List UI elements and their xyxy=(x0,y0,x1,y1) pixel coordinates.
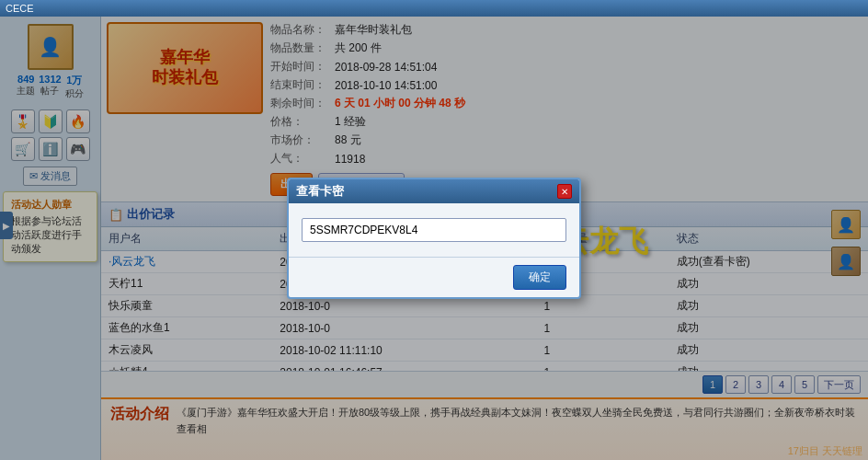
modal-confirm-button[interactable]: 确定 xyxy=(513,265,566,290)
modal-footer: 确定 xyxy=(289,257,579,297)
modal-input[interactable] xyxy=(302,218,566,242)
modal-close-button[interactable]: ✕ xyxy=(557,184,572,199)
modal-body xyxy=(289,203,579,257)
top-bar: CECE xyxy=(0,0,868,17)
top-bar-title: CECE xyxy=(6,3,34,14)
modal-title-text: 查看卡密 xyxy=(296,183,344,200)
modal-overlay: 查看卡密 ✕ 确定 xyxy=(0,17,868,460)
modal-titlebar: 查看卡密 ✕ xyxy=(289,179,579,203)
modal-dialog: 查看卡密 ✕ 确定 xyxy=(287,178,581,299)
